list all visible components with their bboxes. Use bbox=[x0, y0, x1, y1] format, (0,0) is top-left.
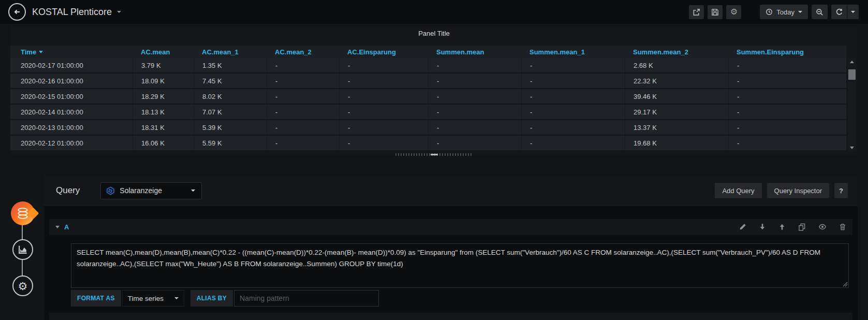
zoom-out-icon bbox=[816, 8, 823, 16]
save-button[interactable] bbox=[708, 5, 723, 19]
table-cell: 19.68 K bbox=[625, 136, 728, 150]
time-range-label: Today bbox=[776, 8, 795, 16]
table-row: 2020-02-14 01:00:00 18.13 K 7.07 K - - -… bbox=[10, 105, 846, 120]
table-cell: - bbox=[267, 89, 339, 104]
column-header[interactable]: AC.mean_2 bbox=[267, 46, 339, 58]
query-inspector-button[interactable]: Query Inspector bbox=[767, 183, 830, 198]
dashboard-settings-button[interactable]: ⚙ bbox=[726, 5, 741, 19]
cell-time: 2020-02-13 01:00:00 bbox=[10, 120, 133, 135]
table-cell: - bbox=[521, 136, 625, 150]
scroll-up-button[interactable] bbox=[848, 58, 856, 65]
column-header-time[interactable]: Time bbox=[10, 46, 133, 58]
edit-query-button[interactable] bbox=[739, 223, 746, 230]
table-cell: 3.79 K bbox=[133, 58, 194, 72]
table-row: 2020-02-13 01:00:00 18.31 K 5.39 K - - -… bbox=[10, 120, 846, 136]
datasource-picker[interactable]: Solaranzeige bbox=[100, 182, 202, 199]
collapse-query-icon[interactable] bbox=[55, 226, 60, 228]
resize-grip-icon[interactable] bbox=[843, 282, 848, 287]
alias-by-label: ALIAS BY bbox=[190, 290, 233, 307]
table-cell: - bbox=[428, 89, 521, 104]
query-header-buttons: Add Query Query Inspector ? bbox=[715, 183, 848, 198]
panel-resize-handle[interactable] bbox=[395, 153, 473, 156]
delete-query-button[interactable] bbox=[839, 223, 846, 230]
column-header[interactable]: AC.Einsparung bbox=[339, 46, 428, 58]
table-row: 2020-02-17 01:00:00 3.79 K 1.35 K - - - … bbox=[10, 58, 846, 74]
table-cell: - bbox=[521, 74, 625, 88]
format-as-label: FORMAT AS bbox=[71, 290, 121, 307]
panel-title[interactable]: Panel Title bbox=[10, 26, 858, 37]
navbar: KOSTAL Plenticore ⚙ Today bbox=[0, 0, 868, 24]
cell-time: 2020-02-14 01:00:00 bbox=[10, 105, 133, 119]
save-icon bbox=[711, 8, 719, 16]
table-cell: 18.09 K bbox=[133, 74, 194, 88]
column-header[interactable]: Summen.mean_2 bbox=[625, 46, 728, 58]
sort-descending-icon bbox=[39, 51, 43, 53]
triangle-down-icon bbox=[850, 147, 854, 149]
query-options-row: FORMAT AS Time series ALIAS BY bbox=[71, 290, 379, 307]
scrollbar-thumb[interactable] bbox=[848, 69, 856, 80]
tab-general-settings[interactable]: ⚙ bbox=[12, 275, 33, 296]
sql-query-input[interactable]: SELECT mean(C),mean(D),mean(B),mean(C)*0… bbox=[71, 243, 849, 288]
table-cell: - bbox=[267, 74, 339, 88]
refresh-button[interactable] bbox=[831, 5, 847, 19]
zoom-out-button[interactable] bbox=[812, 5, 828, 19]
table-cell: - bbox=[728, 89, 846, 104]
back-arrow-icon bbox=[13, 8, 21, 16]
table-row: 2020-02-15 01:00:00 18.29 K 8.02 K - - -… bbox=[10, 89, 846, 105]
table-cell: - bbox=[521, 105, 625, 119]
cell-time: 2020-02-15 01:00:00 bbox=[10, 89, 133, 104]
table-cell: 1.35 K bbox=[194, 58, 267, 72]
query-editor-area: A SELECT mean(C),mean(D),mean(B),mean(C)… bbox=[44, 206, 858, 320]
tab-visualization[interactable] bbox=[12, 239, 33, 260]
table-cell: 29.17 K bbox=[625, 105, 728, 119]
data-table: Time AC.mean AC.mean_1 AC.mean_2 AC.Eins… bbox=[10, 46, 846, 151]
column-header[interactable]: AC.mean_1 bbox=[194, 46, 267, 58]
help-button[interactable]: ? bbox=[834, 183, 848, 198]
alias-by-input[interactable] bbox=[234, 290, 379, 307]
tab-queries[interactable] bbox=[11, 201, 35, 225]
table-cell: - bbox=[521, 89, 625, 104]
refresh-group bbox=[831, 5, 859, 19]
chart-icon bbox=[17, 244, 28, 255]
chevron-down-icon bbox=[174, 297, 179, 299]
next-section-edge bbox=[49, 313, 852, 320]
column-header[interactable]: Summen.Einsparung bbox=[728, 46, 846, 58]
toggle-query-visibility-button[interactable] bbox=[818, 223, 827, 231]
query-row-header: A bbox=[49, 219, 852, 235]
column-header[interactable]: AC.mean bbox=[133, 46, 194, 58]
table-cell: 39.46 K bbox=[625, 89, 728, 104]
move-query-down-button[interactable] bbox=[759, 223, 766, 230]
cell-time: 2020-02-12 01:00:00 bbox=[10, 136, 133, 150]
table-cell: - bbox=[339, 58, 428, 72]
influxdb-icon bbox=[106, 186, 115, 195]
query-row-actions bbox=[739, 223, 846, 231]
table-cell: 18.13 K bbox=[133, 105, 194, 119]
table-cell: 2.68 K bbox=[625, 58, 728, 72]
table-cell: - bbox=[521, 120, 625, 135]
table-cell: 18.29 K bbox=[133, 89, 194, 104]
table-cell: - bbox=[339, 120, 428, 135]
table-cell: - bbox=[428, 105, 521, 119]
time-range-picker[interactable]: Today bbox=[760, 5, 808, 19]
share-button[interactable] bbox=[689, 5, 704, 19]
table-cell: - bbox=[428, 58, 521, 72]
add-query-button[interactable]: Add Query bbox=[715, 183, 761, 198]
column-header[interactable]: Summen.mean bbox=[428, 46, 521, 58]
chevron-down-icon bbox=[191, 190, 195, 192]
back-button[interactable] bbox=[8, 3, 26, 21]
table-cell: 8.02 K bbox=[194, 89, 267, 104]
format-as-select[interactable]: Time series bbox=[122, 290, 184, 307]
column-header[interactable]: Summen.mean_1 bbox=[521, 46, 625, 58]
table-cell: - bbox=[728, 105, 846, 119]
table-cell: - bbox=[428, 74, 521, 88]
scroll-down-button[interactable] bbox=[848, 144, 856, 151]
table-cell: - bbox=[728, 74, 846, 88]
table-cell: 16.06 K bbox=[133, 136, 194, 150]
query-ref-id: A bbox=[64, 223, 69, 231]
table-cell: - bbox=[267, 58, 339, 72]
move-query-up-button[interactable] bbox=[778, 223, 786, 230]
duplicate-query-button[interactable] bbox=[798, 223, 806, 231]
dashboard-title[interactable]: KOSTAL Plenticore bbox=[32, 7, 121, 18]
refresh-interval-dropdown[interactable] bbox=[847, 5, 859, 19]
sql-editor-wrapper: SELECT mean(C),mean(D),mean(B),mean(C)*0… bbox=[71, 243, 849, 288]
